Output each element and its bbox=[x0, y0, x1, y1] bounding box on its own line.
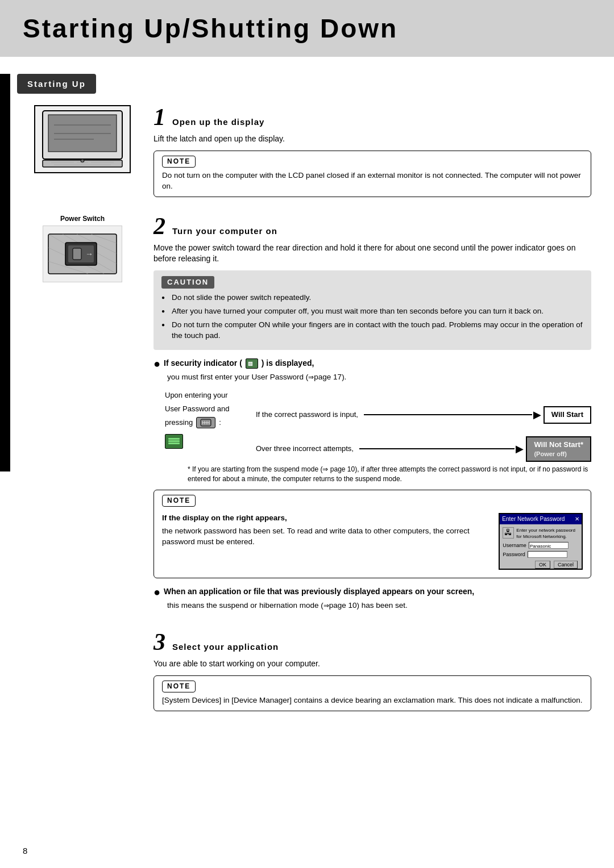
dialog-close-btn: ✕ bbox=[575, 515, 579, 523]
caution-label: CAUTION bbox=[161, 276, 214, 289]
dialog-username-value: Panasonic bbox=[529, 543, 551, 549]
step-3-body: You are able to start working on your co… bbox=[154, 658, 591, 670]
footnote-text: * If you are starting from the suspend m… bbox=[188, 465, 588, 483]
dialog-username-label: Username bbox=[503, 542, 526, 549]
laptop-image bbox=[34, 105, 131, 173]
app-page-arrow: ⇒ bbox=[323, 602, 329, 610]
caution-item-3: Do not turn the computer ON while your f… bbox=[161, 320, 583, 341]
step-1-note-box: NOTE Do not turn on the computer with th… bbox=[154, 151, 591, 197]
network-dialog: Enter Network Password ✕ 🖧 Enter your ne… bbox=[499, 513, 583, 570]
page-number: 8 bbox=[23, 845, 27, 857]
pressing-label: pressing bbox=[165, 418, 193, 428]
network-note-box: NOTE If the display on the right appears… bbox=[154, 490, 591, 578]
bullet-dot: ● bbox=[154, 358, 160, 369]
security-subtext: you must first enter your User Password … bbox=[167, 372, 591, 383]
app-bullet-text: When an application or file that was pre… bbox=[164, 586, 474, 598]
arrow-right-2: ▶ bbox=[516, 442, 524, 456]
step-2-row: Power Switch bbox=[23, 214, 591, 619]
step-1-image-col bbox=[23, 105, 142, 173]
step-3-content: 3 Select your application You are able t… bbox=[154, 630, 591, 716]
green-bar-2 bbox=[168, 440, 180, 442]
dialog-prompt: Enter your network password for Microsof… bbox=[516, 527, 579, 540]
if-display-text: If the display on the right appears, bbox=[162, 513, 490, 524]
step-1-note-label: NOTE bbox=[162, 156, 196, 168]
step-3-number: 3 bbox=[154, 630, 165, 654]
security-bullet-header: ● If security indicator ( ) is displayed… bbox=[154, 358, 591, 369]
arrow-right-1: ▶ bbox=[533, 408, 541, 422]
laptop-svg bbox=[37, 108, 128, 170]
step-3-row: 3 Select your application You are able t… bbox=[23, 630, 591, 716]
dialog-cancel-button[interactable]: Cancel bbox=[554, 561, 578, 569]
power-switch-image: → bbox=[43, 226, 122, 282]
dialog-title-bar: Enter Network Password ✕ bbox=[500, 514, 582, 524]
diagram-area: Upon entering your User Password and pre… bbox=[165, 390, 591, 483]
will-not-start-box: Will Not Start* (Power off) bbox=[526, 436, 591, 462]
svg-rect-20 bbox=[73, 248, 81, 260]
dialog-password-label: Password bbox=[503, 551, 525, 558]
step-1-title: Open up the display bbox=[172, 116, 264, 128]
caution-item-2: After you have turned your computer off,… bbox=[161, 306, 583, 317]
step-3-note-label: NOTE bbox=[162, 681, 196, 692]
caution-list: Do not slide the power switch repeatedly… bbox=[161, 293, 583, 341]
dialog-ok-button[interactable]: OK bbox=[535, 561, 550, 569]
user-password-text: User Password and bbox=[165, 404, 256, 414]
dialog-icon: 🖧 bbox=[503, 527, 514, 539]
step-1-row: 1 Open up the display Lift the latch and… bbox=[23, 105, 591, 202]
power-svg: → bbox=[45, 228, 119, 279]
incorrect-text: Over three incorrect attempts, bbox=[256, 444, 354, 454]
page-title-bar: Starting Up/Shutting Down bbox=[0, 0, 614, 57]
step-1-content: 1 Open up the display Lift the latch and… bbox=[154, 105, 591, 202]
step-1-note-text: Do not turn on the computer with the LCD… bbox=[162, 170, 583, 192]
network-note-body: the network password has been set. To re… bbox=[162, 526, 490, 548]
page-ref-arrow: ⇒ bbox=[308, 373, 314, 381]
section-header-starting-up: Starting Up bbox=[17, 74, 96, 94]
step-2-title: Turn your computer on bbox=[172, 225, 277, 237]
step-1-number: 1 bbox=[154, 105, 165, 129]
upon-text: Upon entering your bbox=[165, 390, 256, 400]
step-2-content: 2 Turn your computer on Move the power s… bbox=[154, 214, 591, 619]
key-icon bbox=[196, 417, 215, 428]
page-ref-text: page 17). bbox=[314, 373, 346, 381]
correct-password-text: If the correct password is input, bbox=[256, 410, 358, 420]
pressing-row: pressing bbox=[165, 417, 256, 428]
application-bullet-header: ● When an application or file that was p… bbox=[154, 586, 591, 598]
step-3-note-box: NOTE [System Devices] in [Device Manager… bbox=[154, 675, 591, 711]
app-bullet-body: this means the suspend or hibernation mo… bbox=[167, 600, 591, 611]
flow-left-text: Upon entering your User Password and pre… bbox=[165, 390, 256, 448]
power-switch-label: Power Switch bbox=[60, 214, 105, 224]
page-title: Starting Up/Shutting Down bbox=[23, 10, 591, 47]
will-not-start-label: Will Not Start* bbox=[534, 440, 583, 450]
network-note-row: If the display on the right appears, the… bbox=[162, 513, 583, 570]
will-start-label: Will Start bbox=[551, 410, 583, 420]
colon-text: : bbox=[219, 418, 221, 428]
network-note-text-col: If the display on the right appears, the… bbox=[162, 513, 490, 548]
step-2-image-col: Power Switch bbox=[23, 214, 142, 283]
flow-line-correct bbox=[364, 414, 532, 415]
dialog-title: Enter Network Password bbox=[502, 515, 565, 523]
step-2-body: Move the power switch toward the rear di… bbox=[154, 243, 591, 265]
dialog-buttons: OK Cancel bbox=[503, 560, 579, 569]
key-svg bbox=[200, 419, 211, 427]
green-bar-3 bbox=[168, 443, 180, 444]
power-off-label: (Power off) bbox=[534, 450, 583, 458]
step-2-number: 2 bbox=[154, 214, 165, 238]
dialog-username-input[interactable]: Panasonic bbox=[529, 542, 569, 549]
green-device-icon bbox=[165, 434, 183, 449]
dialog-password-input[interactable] bbox=[528, 551, 567, 558]
dialog-body: 🖧 Enter your network password for Micros… bbox=[500, 524, 582, 570]
flow-diagram: Upon entering your User Password and pre… bbox=[165, 390, 591, 462]
flow-right-results: If the correct password is input, ▶ Will… bbox=[256, 390, 591, 462]
svg-text:→: → bbox=[85, 249, 93, 258]
sidebar-black-bar bbox=[0, 74, 10, 471]
dialog-username-field: Username Panasonic bbox=[503, 542, 579, 549]
will-start-box: Will Start bbox=[544, 406, 591, 423]
security-icon bbox=[246, 358, 258, 369]
main-content: 1 Open up the display Lift the latch and… bbox=[0, 105, 614, 750]
correct-path: If the correct password is input, ▶ Will… bbox=[256, 406, 591, 423]
step-3-note-text: [System Devices] in [Device Manager] con… bbox=[162, 695, 583, 706]
step-3-title: Select your application bbox=[172, 641, 279, 653]
security-indicator-section: ● If security indicator ( ) is displayed… bbox=[154, 358, 591, 383]
footnote: * If you are starting from the suspend m… bbox=[188, 465, 591, 484]
app-bullet-dot: ● bbox=[154, 586, 160, 598]
incorrect-path: Over three incorrect attempts, ▶ Will No… bbox=[256, 436, 591, 462]
